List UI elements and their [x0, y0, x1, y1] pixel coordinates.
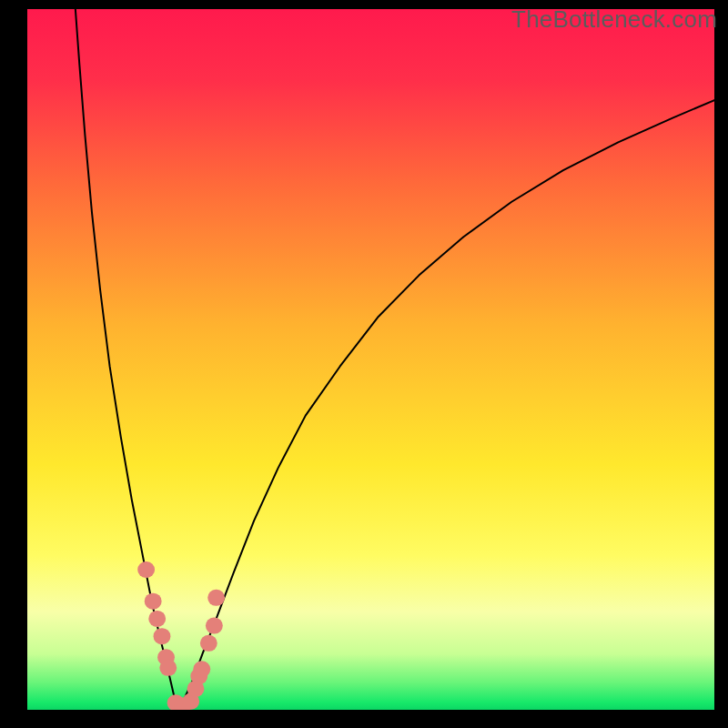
- scatter-point: [159, 660, 177, 676]
- outer-frame: TheBottleneck.com: [0, 0, 728, 728]
- scatter-point: [206, 618, 223, 634]
- scatter-point: [193, 661, 210, 677]
- scatter-point: [148, 611, 166, 627]
- gradient-bg: [27, 9, 714, 710]
- scatter-point: [200, 635, 217, 652]
- plot-area: [27, 9, 714, 710]
- watermark-text: TheBottleneck.com: [511, 5, 717, 34]
- scatter-point: [137, 561, 155, 578]
- scatter-point: [154, 628, 171, 644]
- scatter-point: [145, 593, 162, 610]
- scatter-point: [207, 590, 225, 606]
- chart-svg: [27, 9, 714, 710]
